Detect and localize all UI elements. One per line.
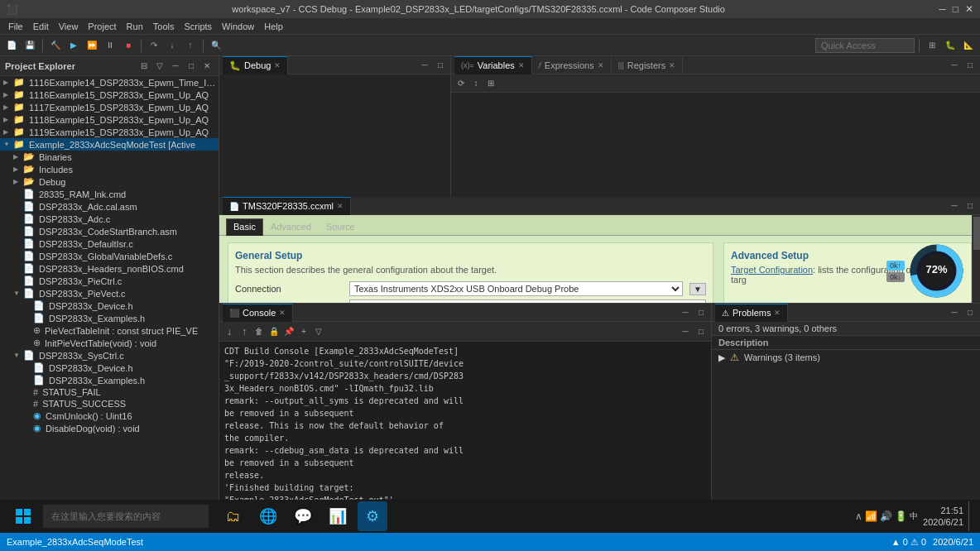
- tree-item[interactable]: 📄DSP2833x_Device.h: [0, 362, 219, 374]
- debug-tab-close[interactable]: ✕: [274, 61, 281, 69]
- title-bar-controls[interactable]: ─ □ ✕: [939, 3, 973, 15]
- tree-item[interactable]: ◉DisableDog(void) : void: [0, 422, 219, 434]
- tree-item[interactable]: 📄DSP2833x_Adc.c: [0, 213, 219, 225]
- source-sub-tab[interactable]: Source: [319, 218, 363, 235]
- tree-item[interactable]: ⊕InitPieVectTable(void) : void: [0, 337, 219, 349]
- tree-item[interactable]: ▶📁1116Example14_DSP2833x_Epwm_Time_Inte: [0, 76, 219, 89]
- tree-item[interactable]: ▶📂Debug: [0, 175, 219, 188]
- console-scroll-up-btn[interactable]: ↑: [238, 325, 251, 338]
- menu-window[interactable]: Window: [217, 20, 259, 33]
- taskbar-edge[interactable]: 🌐: [253, 501, 283, 531]
- taskbar-matlab[interactable]: 📊: [323, 501, 353, 531]
- toolbar-resume-btn[interactable]: ⏩: [84, 38, 100, 53]
- var-minimize-btn[interactable]: ─: [948, 59, 961, 72]
- connection-select[interactable]: Texas Instruments XDS2xx USB Onboard Deb…: [349, 281, 683, 296]
- minimize-button[interactable]: ─: [939, 3, 946, 15]
- toolbar-ccs-perspective-btn[interactable]: 📐: [960, 38, 977, 53]
- tree-item[interactable]: ▼📄DSP2833x_SysCtrl.c: [0, 349, 219, 362]
- variables-tab[interactable]: (x)= Variables ✕: [454, 56, 532, 74]
- menu-view[interactable]: View: [54, 20, 84, 33]
- toolbar-save-btn[interactable]: 💾: [22, 38, 38, 53]
- tree-item[interactable]: 📄DSP2833x_Headers_nonBIOS.cmd: [0, 262, 219, 275]
- console-new-btn[interactable]: +: [297, 325, 310, 338]
- console-scroll-down-btn[interactable]: ↓: [223, 325, 236, 338]
- ime-icon[interactable]: 中: [910, 510, 918, 522]
- taskbar-ccs[interactable]: ⚙: [358, 501, 387, 531]
- console-view-max-btn[interactable]: □: [694, 325, 708, 338]
- tree-item[interactable]: ▶📂Binaries: [0, 151, 219, 163]
- problems-warning-row[interactable]: ▶ ⚠ Warnings (3 items): [712, 350, 980, 365]
- toolbar-debug-btn[interactable]: ▶: [65, 38, 82, 53]
- console-view-min-btn[interactable]: ─: [679, 325, 692, 338]
- variables-tab-close[interactable]: ✕: [518, 61, 525, 69]
- ccxml-scrollbar-thumb[interactable]: [973, 217, 980, 250]
- tree-item[interactable]: 📄DSP2833x_Examples.h: [0, 374, 219, 386]
- menu-run[interactable]: Run: [122, 20, 148, 33]
- ccxml-maximize-btn[interactable]: □: [963, 199, 977, 213]
- toolbar-step-into-btn[interactable]: ↓: [164, 38, 180, 53]
- expressions-tab[interactable]: 𝑓 Expressions ✕: [532, 56, 612, 74]
- battery-icon[interactable]: 🔋: [895, 510, 907, 522]
- menu-scripts[interactable]: Scripts: [179, 20, 217, 33]
- tree-item[interactable]: 📄DSP2833x_CodeStartBranch.asm: [0, 225, 219, 237]
- menu-help[interactable]: Help: [259, 20, 288, 33]
- taskbar-file-explorer[interactable]: 🗂: [219, 501, 248, 531]
- toolbar-terminate-btn[interactable]: ■: [120, 38, 137, 53]
- panel-close-btn[interactable]: ✕: [200, 60, 214, 73]
- expressions-tab-close[interactable]: ✕: [598, 61, 604, 69]
- toolbar-build-btn[interactable]: 🔨: [47, 38, 64, 53]
- console-tab-close[interactable]: ✕: [279, 309, 286, 317]
- console-menu-btn[interactable]: ▽: [312, 325, 325, 338]
- menu-file[interactable]: File: [3, 20, 28, 33]
- ccxml-minimize-btn[interactable]: ─: [948, 199, 961, 213]
- taskbar-search[interactable]: [43, 505, 209, 528]
- close-button[interactable]: ✕: [965, 3, 973, 15]
- taskbar-wechat[interactable]: 💬: [288, 501, 318, 531]
- network-icon[interactable]: 📶: [865, 510, 877, 522]
- toolbar-step-out-btn[interactable]: ↑: [182, 38, 199, 53]
- var-toolbar-btn2[interactable]: ↕: [469, 77, 483, 90]
- toolbar-suspend-btn[interactable]: ⏸: [102, 38, 118, 53]
- tree-item[interactable]: 📄DSP2833x_Adc.cal.asm: [0, 200, 219, 213]
- toolbar-step-over-btn[interactable]: ↷: [146, 38, 162, 53]
- toolbar-search-btn[interactable]: 🔍: [208, 38, 224, 53]
- tree-item[interactable]: ▶📁1118Example15_DSP2833x_Epwm_Up_AQ: [0, 113, 219, 126]
- tree-item[interactable]: 📄DSP2833x_PieCtrl.c: [0, 275, 219, 287]
- tree-item[interactable]: 📄DSP2833x_Examples.h: [0, 312, 219, 324]
- console-clear-btn[interactable]: 🗑: [252, 325, 266, 338]
- tree-item[interactable]: #STATUS_FAIL: [0, 386, 219, 398]
- warning-expand-arrow[interactable]: ▶: [718, 352, 725, 363]
- board-input[interactable]: [349, 299, 706, 303]
- console-pin-btn[interactable]: 📌: [282, 325, 295, 338]
- registers-tab-close[interactable]: ✕: [669, 61, 675, 69]
- tree-item[interactable]: ▶📁1119Example15_DSP2833x_Epwm_Up_AQ: [0, 126, 219, 138]
- maximize-button[interactable]: □: [953, 3, 958, 15]
- status-errors[interactable]: ▲ 0 ⚠ 0: [891, 537, 926, 548]
- show-desktop-btn[interactable]: [968, 501, 973, 531]
- advanced-sub-tab[interactable]: Advanced: [263, 218, 319, 235]
- tree-item[interactable]: ◉CsmUnlock() : Uint16: [0, 410, 219, 422]
- toolbar-debug-perspective-btn[interactable]: 🐛: [942, 38, 958, 53]
- var-maximize-btn[interactable]: □: [963, 59, 977, 72]
- tree-item[interactable]: 📄DSP2833x_DefaultIsr.c: [0, 237, 219, 250]
- menu-edit[interactable]: Edit: [28, 20, 54, 33]
- connection-dropdown-btn[interactable]: ▼: [689, 283, 706, 295]
- console-tab[interactable]: ⬛ Console ✕: [223, 304, 293, 322]
- menu-tools[interactable]: Tools: [148, 20, 180, 33]
- tree-item[interactable]: ▶📁1117Example15_DSP2833x_Epwm_Up_AQ: [0, 101, 219, 113]
- tree-item[interactable]: ▶📂Includes: [0, 163, 219, 175]
- tray-icon-1[interactable]: ∧: [855, 510, 862, 522]
- var-toolbar-btn3[interactable]: ⊞: [484, 77, 497, 90]
- tree-item[interactable]: 📄28335_RAM_lnk.cmd: [0, 188, 219, 200]
- tree-item[interactable]: 📄DSP2833x_GlobalVariableDefs.c: [0, 250, 219, 262]
- quick-access-input[interactable]: [815, 38, 915, 53]
- var-toolbar-btn1[interactable]: ⟳: [454, 77, 468, 90]
- console-lock-btn[interactable]: 🔒: [267, 325, 281, 338]
- ccxml-tab-close[interactable]: ✕: [337, 202, 343, 210]
- debug-tab[interactable]: 🐛 Debug ✕: [223, 56, 288, 74]
- volume-icon[interactable]: 🔊: [880, 510, 892, 522]
- menu-project[interactable]: Project: [83, 20, 121, 33]
- debug-maximize-btn[interactable]: □: [434, 59, 447, 72]
- problems-tab-close[interactable]: ✕: [774, 309, 781, 317]
- tree-item[interactable]: ⊕PieVectTableInit : const struct PIE_VE: [0, 324, 219, 337]
